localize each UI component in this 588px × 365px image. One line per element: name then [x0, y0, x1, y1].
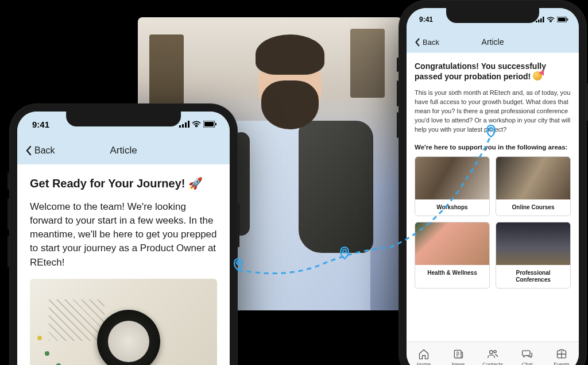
news-icon — [452, 348, 464, 360]
tab-label: News — [452, 362, 465, 366]
tab-events[interactable]: Events — [544, 342, 579, 365]
article-heading: Congratulations! You successfully passed… — [415, 61, 571, 82]
tab-news[interactable]: News — [441, 342, 475, 365]
back-label: Back — [423, 38, 439, 47]
svg-rect-16 — [567, 18, 568, 21]
events-icon — [556, 348, 567, 360]
tab-label: Chat — [521, 362, 532, 366]
article-body: Welcome to the team! We're looking forwa… — [30, 200, 217, 270]
article-content: Get Ready for Your Journey! 🚀 Welcome to… — [17, 164, 230, 365]
card-label: Online Courses — [496, 199, 570, 216]
card-image — [415, 222, 489, 265]
svg-point-18 — [490, 350, 493, 354]
clock: 9:41 — [419, 16, 433, 24]
card-health-wellness[interactable]: Health & Wellness — [415, 222, 490, 289]
chevron-left-icon — [25, 145, 32, 156]
back-button[interactable]: Back — [25, 145, 55, 156]
card-online-courses[interactable]: Online Courses — [496, 156, 571, 216]
article-body: This is your sixth month at REtech and, … — [415, 89, 571, 135]
svg-rect-12 — [540, 18, 542, 22]
svg-rect-9 — [215, 123, 216, 125]
article-content: Congratulations! You successfully passed… — [407, 53, 579, 341]
man-hair — [256, 34, 324, 75]
nav-header: Back Article — [17, 137, 230, 164]
notch — [446, 8, 539, 23]
page-title: Article — [482, 37, 504, 47]
man-beard — [261, 80, 319, 129]
wifi-icon — [547, 17, 555, 22]
battery-icon — [557, 17, 568, 22]
tab-home[interactable]: Home — [407, 342, 441, 365]
svg-point-19 — [494, 350, 496, 352]
svg-rect-8 — [204, 122, 214, 126]
tab-chat[interactable]: Chat — [510, 342, 544, 365]
chat-icon — [521, 348, 533, 360]
compass-map-image — [30, 279, 217, 365]
signal-icon — [179, 121, 189, 128]
svg-rect-13 — [543, 17, 544, 22]
tab-label: Home — [417, 362, 431, 366]
card-label: Health & Wellness — [415, 265, 489, 281]
card-image — [496, 157, 570, 199]
man-backpack — [299, 121, 373, 253]
back-button[interactable]: Back — [415, 38, 439, 47]
tab-label: Events — [554, 362, 570, 366]
svg-rect-10 — [536, 21, 537, 22]
tab-label: Contacts — [482, 362, 503, 366]
tab-bar: Home News Contacts Chat Events — [407, 341, 579, 365]
notch — [66, 112, 181, 126]
svg-rect-6 — [188, 121, 189, 128]
svg-rect-4 — [182, 124, 184, 128]
card-label: Workshops — [415, 199, 489, 216]
tab-contacts[interactable]: Contacts — [475, 342, 510, 365]
svg-rect-11 — [538, 20, 540, 22]
wifi-icon — [192, 121, 201, 128]
compass-icon — [97, 310, 160, 365]
card-label: Professional Conferences — [496, 265, 570, 288]
card-workshops[interactable]: Workshops — [415, 156, 490, 216]
article-heading: Get Ready for Your Journey! 🚀 — [30, 176, 217, 191]
phone-left: 9:41 Back Article Get Ready for Your Jou… — [9, 103, 238, 365]
svg-rect-5 — [185, 122, 187, 128]
clock: 9:41 — [32, 120, 49, 129]
card-image — [496, 222, 570, 265]
contacts-icon — [487, 348, 498, 360]
card-image — [415, 157, 489, 199]
page-title: Article — [110, 145, 137, 156]
phone-right: 9:41 Back Article Congratulations! You s… — [399, 0, 587, 365]
battery-icon — [203, 121, 217, 128]
home-icon — [418, 348, 430, 360]
chevron-left-icon — [415, 38, 420, 47]
support-areas-grid: Workshops Online Courses Health & Wellne… — [415, 156, 571, 289]
card-professional-conferences[interactable]: Professional Conferences — [496, 222, 571, 289]
party-emoji-icon — [533, 71, 542, 80]
back-label: Back — [34, 145, 55, 156]
article-subheading: We're here to support you in the followi… — [415, 144, 571, 151]
nav-header: Back Article — [407, 31, 579, 53]
svg-rect-15 — [558, 18, 566, 21]
svg-rect-3 — [179, 125, 181, 128]
